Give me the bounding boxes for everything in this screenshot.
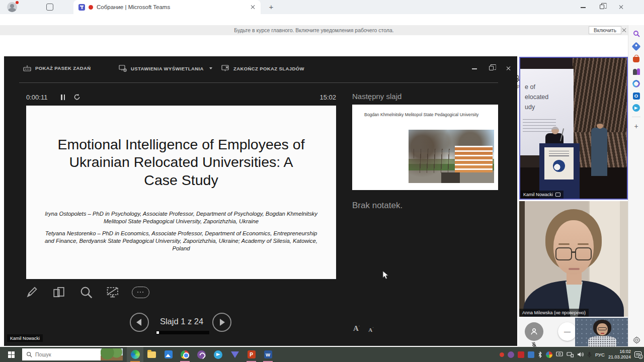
- taskbar-viber-icon[interactable]: [193, 347, 210, 362]
- end-show-icon: [221, 65, 229, 72]
- search-daily-image: [101, 348, 123, 360]
- pause-timer-button[interactable]: [61, 95, 65, 100]
- presenter-close-button[interactable]: [506, 66, 511, 71]
- see-all-slides-button[interactable]: [49, 283, 68, 302]
- next-slide-preview[interactable]: Bogdan Khmelnitsky Melitopol State Pedag…: [352, 105, 498, 190]
- previous-slide-button[interactable]: [130, 313, 149, 332]
- display-settings-button[interactable]: USTAWIENIA WYŚWIETLANIA: [119, 65, 212, 72]
- more-options-button[interactable]: [131, 283, 150, 302]
- tab-title: Собрание | Microsoft Teams: [97, 4, 247, 10]
- taskbar-powerpoint-icon[interactable]: P: [243, 347, 260, 362]
- zoom-slide-button[interactable]: [76, 283, 96, 302]
- screen-text-line: udy: [525, 102, 574, 112]
- language-indicator[interactable]: РУС: [595, 352, 605, 357]
- sidebar-add-icon[interactable]: +: [632, 122, 640, 130]
- slide-timer: 0:00:11: [26, 94, 47, 101]
- action-center-icon[interactable]: 1: [634, 351, 641, 357]
- taskbar-photos-icon[interactable]: [160, 347, 177, 362]
- toolbar-separator: [19, 82, 498, 83]
- desktop-notification-bar: Будьте в курсе главного. Включите уведом…: [0, 25, 628, 35]
- sharing-indicator-icon: [555, 193, 560, 197]
- tray-cast-icon[interactable]: [556, 351, 563, 357]
- taskbar-explorer-icon[interactable]: [143, 347, 160, 362]
- taskbar-word-icon[interactable]: W: [260, 347, 276, 362]
- show-taskbar-button[interactable]: POKAŻ PASEK ZADAŃ: [23, 65, 91, 71]
- sidebar-telegram-icon[interactable]: [632, 104, 640, 112]
- tray-app-icon[interactable]: [528, 351, 534, 358]
- video-tile-participant[interactable]: Anna Milewska (не проверено): [519, 201, 628, 317]
- window-minimize-button[interactable]: [581, 7, 586, 8]
- display-settings-icon: [119, 65, 127, 72]
- tray-network-icon[interactable]: [567, 351, 574, 357]
- sidebar-rewards-icon[interactable]: [632, 79, 640, 88]
- tray-security-icon[interactable]: [546, 351, 552, 358]
- presenter-name-tag: Kamil Nowacki: [520, 191, 564, 199]
- sidebar-shopping-tag-icon[interactable]: [632, 42, 640, 51]
- window-close-button[interactable]: [619, 5, 624, 10]
- taskbar-edge-icon[interactable]: [127, 347, 143, 362]
- browser-tab[interactable]: Собрание | Microsoft Teams: [73, 0, 261, 14]
- room-edge: [519, 201, 525, 317]
- notes-font-buttons: A˙ A˙: [353, 324, 373, 333]
- overflow-participant-circle[interactable]: —: [558, 322, 577, 341]
- presenter-minimize-button[interactable]: [472, 68, 477, 69]
- sharer-attribution: Kamil Nowacki: [7, 334, 43, 342]
- sidebar-people-icon[interactable]: [632, 67, 640, 76]
- tab-close-icon[interactable]: [251, 5, 256, 10]
- tray-antivirus-icon[interactable]: [518, 351, 524, 358]
- podium-logo: [553, 160, 565, 172]
- increase-font-glyph: A: [353, 324, 359, 332]
- room-wall: [620, 201, 628, 317]
- small-participant-blouse: [588, 336, 616, 346]
- sidebar-settings-gear-icon[interactable]: [632, 336, 641, 344]
- presenter-restore-button[interactable]: [489, 66, 494, 70]
- restart-timer-button[interactable]: [73, 94, 80, 101]
- sidebar-shopping-bag-icon[interactable]: [632, 54, 640, 63]
- taskbar-chrome-icon[interactable]: [177, 347, 193, 362]
- window-restore-button[interactable]: [600, 5, 604, 9]
- end-slideshow-label: ZAKOŃCZ POKAZ SLAJDÓW: [233, 66, 304, 71]
- sidebar-search-icon[interactable]: [632, 29, 640, 38]
- clock-time: 16:02: [608, 349, 631, 354]
- video-tile-small[interactable]: [575, 318, 628, 346]
- sidebar-outlook-icon[interactable]: O: [632, 92, 640, 100]
- end-slideshow-button[interactable]: ZAKOŃCZ POKAZ SLAJDÓW: [221, 65, 304, 72]
- tray-mic-icon[interactable]: [587, 351, 592, 358]
- next-slide-button[interactable]: [212, 313, 231, 332]
- tray-recording-icon[interactable]: [500, 352, 504, 357]
- enable-notifications-button[interactable]: Включить: [589, 26, 621, 34]
- notes-empty-text: Brak notatek.: [352, 201, 403, 211]
- avatar-head: [10, 4, 14, 8]
- slide-author-2: Tetyana Nestorenko – PhD in Economics, A…: [40, 230, 323, 252]
- increase-font-button[interactable]: A˙: [353, 324, 360, 333]
- new-tab-button[interactable]: +: [268, 4, 275, 11]
- tray-volume-icon[interactable]: [577, 351, 584, 357]
- show-taskbar-label: POKAŻ PASEK ZADAŃ: [35, 65, 91, 71]
- participant-eyebrow: [558, 243, 570, 245]
- search-input[interactable]: [35, 351, 86, 357]
- notification-close-icon[interactable]: [622, 28, 627, 33]
- audio-participant-avatar[interactable]: [525, 322, 543, 341]
- tray-bluetooth-icon[interactable]: [538, 351, 542, 358]
- recording-dot-icon: [89, 5, 93, 10]
- start-button[interactable]: [0, 347, 22, 362]
- display-settings-dropdown-icon: [209, 67, 212, 69]
- workspaces-icon[interactable]: [46, 4, 53, 11]
- taskbar-search[interactable]: [22, 348, 123, 360]
- photo-building: [455, 146, 493, 172]
- pen-tool-button[interactable]: [22, 283, 41, 302]
- slide-author-1: Iryna Ostopolets – PhD in Psychology, As…: [40, 210, 323, 225]
- taskbar-triangle-app-icon[interactable]: [226, 347, 243, 362]
- mouse-cursor: [382, 270, 389, 280]
- taskbar-telegram-icon[interactable]: [210, 347, 226, 362]
- video-tile-presenter[interactable]: e of elocated udy Kamil Nowacki: [519, 57, 628, 200]
- decrease-font-button[interactable]: A˙: [368, 326, 373, 333]
- black-screen-button[interactable]: [104, 283, 123, 302]
- podium-panel: [544, 147, 574, 179]
- photo-path: [441, 172, 460, 183]
- tray-viber-icon[interactable]: [508, 351, 514, 358]
- search-icon: [26, 351, 32, 357]
- taskbar-clock[interactable]: 16:02 21.03.2024: [608, 349, 631, 360]
- podium-text: [549, 151, 569, 157]
- current-slide: Emotional Intelligence of Employees of U…: [26, 106, 336, 279]
